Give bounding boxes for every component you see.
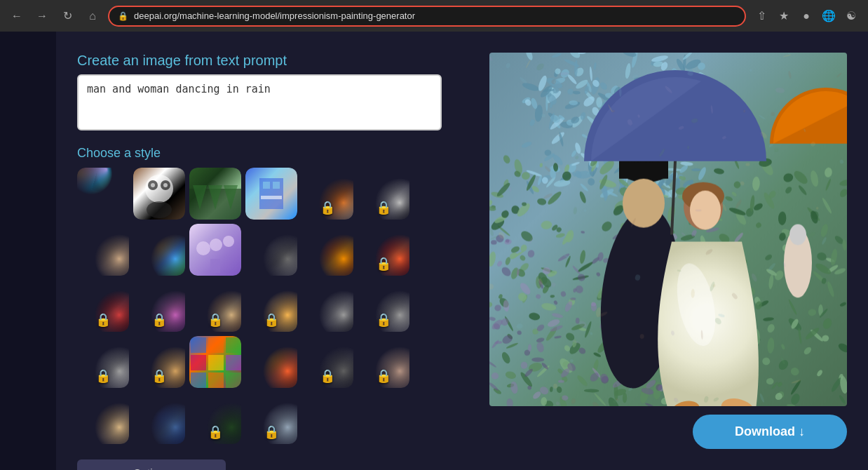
style-section: Choose a style 🔒🔒🔒🔒🔒🔒🔒🔒🔒🔒🔒🔒🔒🔒: [77, 146, 442, 444]
style-item-13[interactable]: 🔒: [77, 280, 129, 332]
style-item-9[interactable]: [189, 224, 241, 276]
lock-icon-5: 🔒: [320, 200, 335, 215]
style-item-22[interactable]: [245, 336, 297, 388]
style-item-11[interactable]: [301, 224, 353, 276]
style-item-28[interactable]: 🔒: [245, 392, 297, 444]
style-item-26[interactable]: [133, 392, 185, 444]
main-area: Create an image from text prompt Choose …: [56, 32, 868, 470]
generated-image: [489, 53, 847, 406]
style-item-1[interactable]: [77, 168, 129, 220]
lock-icon-13: 🔒: [95, 312, 111, 328]
download-button[interactable]: Download ↓: [693, 415, 847, 449]
extensions-button[interactable]: ☯: [841, 6, 861, 26]
style-item-7[interactable]: [77, 224, 129, 276]
lock-icon-24: 🔒: [376, 368, 391, 384]
style-item-14[interactable]: 🔒: [133, 280, 185, 332]
share-button[interactable]: ⇧: [752, 6, 771, 26]
lock-icon-27: 🔒: [208, 424, 223, 440]
lock-icon-23: 🔒: [320, 368, 335, 384]
options-area: Options: [77, 459, 442, 470]
style-item-20[interactable]: 🔒: [133, 336, 185, 388]
style-item-10[interactable]: [245, 224, 297, 276]
style-item-6[interactable]: 🔒: [358, 168, 409, 220]
choose-style-label: Choose a style: [77, 146, 442, 161]
lock-icon-18: 🔒: [376, 312, 391, 328]
style-item-17[interactable]: [301, 280, 353, 332]
style-item-5[interactable]: 🔒: [301, 168, 353, 220]
style-item-12[interactable]: 🔒: [358, 224, 409, 276]
lock-icon-12: 🔒: [376, 256, 391, 271]
address-text: deepai.org/machine-learning-model/impres…: [134, 11, 415, 21]
create-section: Create an image from text prompt: [77, 53, 442, 133]
style-item-18[interactable]: 🔒: [358, 280, 409, 332]
lock-icon: 🔒: [118, 11, 128, 21]
style-item-8[interactable]: [133, 224, 185, 276]
bookmark-button[interactable]: ★: [774, 6, 794, 26]
lock-icon-16: 🔒: [264, 312, 279, 328]
browser-actions: ⇧ ★ ● 🌐 ☯: [752, 6, 861, 26]
generated-canvas: [489, 53, 847, 406]
world-button[interactable]: 🌐: [819, 6, 839, 26]
style-item-16[interactable]: 🔒: [245, 280, 297, 332]
style-item-24[interactable]: 🔒: [358, 336, 409, 388]
lock-icon-20: 🔒: [151, 368, 167, 384]
style-item-3[interactable]: [189, 168, 241, 220]
home-button[interactable]: ⌂: [83, 6, 102, 26]
forward-button[interactable]: →: [32, 6, 52, 26]
style-item-21[interactable]: [189, 336, 241, 388]
browser-chrome: ← → ↻ ⌂ 🔒 deepai.org/machine-learning-mo…: [0, 0, 868, 32]
lock-icon-6: 🔒: [376, 200, 391, 215]
style-item-2[interactable]: [133, 168, 185, 220]
back-button[interactable]: ←: [7, 6, 27, 26]
style-item-27[interactable]: 🔒: [189, 392, 241, 444]
profile-button[interactable]: ●: [796, 6, 816, 26]
styles-grid: 🔒🔒🔒🔒🔒🔒🔒🔒🔒🔒🔒🔒🔒🔒: [77, 168, 442, 444]
prompt-input[interactable]: [77, 74, 442, 130]
style-item-25[interactable]: [77, 392, 129, 444]
left-panel: Create an image from text prompt Choose …: [77, 53, 442, 456]
lock-icon-19: 🔒: [95, 368, 111, 384]
reload-button[interactable]: ↻: [57, 6, 77, 26]
page-title: Create an image from text prompt: [77, 53, 442, 69]
lock-icon-28: 🔒: [264, 424, 279, 440]
style-item-19[interactable]: 🔒: [77, 336, 129, 388]
options-button[interactable]: Options: [77, 459, 226, 470]
style-item-15[interactable]: 🔒: [189, 280, 241, 332]
address-bar[interactable]: 🔒 deepai.org/machine-learning-model/impr…: [108, 6, 746, 27]
sidebar: [0, 32, 56, 470]
lock-icon-15: 🔒: [208, 312, 223, 328]
page-content: Create an image from text prompt Choose …: [0, 32, 868, 470]
style-item-4[interactable]: [245, 168, 297, 220]
style-item-23[interactable]: 🔒: [301, 336, 353, 388]
right-panel: Download ↓: [463, 53, 847, 456]
lock-icon-14: 🔒: [151, 312, 167, 328]
